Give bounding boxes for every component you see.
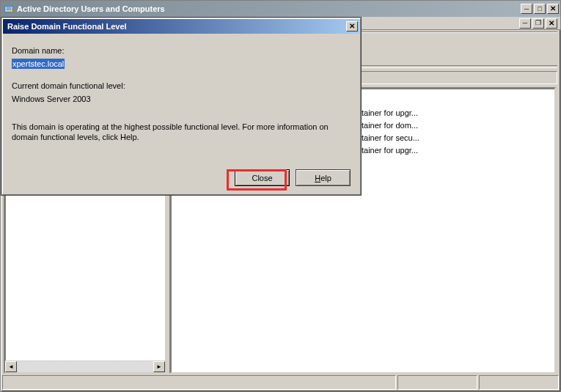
main-title: Active Directory Users and Computers [17, 4, 521, 13]
dialog-titlebar[interactable]: Raise Domain Functional Level ✕ [3, 19, 359, 34]
current-level-label: Current domain functional level: [12, 81, 351, 91]
dialog-body: Domain name: xpertstec.local Current dom… [1, 35, 361, 149]
main-titlebar[interactable]: Active Directory Users and Computers ─ □… [1, 1, 560, 17]
list-item[interactable]: tainer for upgr... [362, 144, 554, 157]
domain-name-value: xpertstec.local [12, 59, 351, 69]
scroll-left-button[interactable]: ◄ [5, 361, 17, 372]
status-cell [479, 375, 559, 390]
status-cell [397, 375, 477, 390]
list-item[interactable]: tainer for dom... [362, 119, 554, 132]
domain-name-label: Domain name: [12, 45, 351, 56]
info-text: This domain is operating at the highest … [12, 122, 351, 142]
maximize-button[interactable]: □ [534, 4, 546, 14]
dialog-title: Raise Domain Functional Level [7, 22, 346, 31]
svg-point-1 [10, 10, 13, 12]
app-icon [4, 4, 14, 14]
raise-domain-dialog: Raise Domain Functional Level ✕ Domain n… [1, 17, 362, 196]
main-window-controls: ─ □ ✕ [521, 4, 559, 14]
close-button[interactable]: Close [235, 169, 290, 186]
domain-name-selected: xpertstec.local [12, 59, 65, 69]
dialog-button-row: Close Help [1, 169, 351, 186]
tree-hscrollbar[interactable]: ◄ ► [5, 360, 165, 372]
mdi-restore-button[interactable]: ❐ [532, 18, 544, 29]
status-cell [2, 375, 396, 390]
list-item[interactable]: tainer for upgr... [362, 107, 554, 119]
mdi-minimize-button[interactable]: ─ [519, 18, 531, 29]
close-button[interactable]: ✕ [547, 4, 559, 14]
list-item[interactable]: tainer for secu... [362, 132, 554, 144]
scroll-track[interactable] [17, 361, 153, 372]
scroll-right-button[interactable]: ► [153, 361, 165, 372]
mdi-close-button[interactable]: ✕ [546, 18, 557, 29]
dialog-close-button[interactable]: ✕ [346, 21, 358, 32]
minimize-button[interactable]: ─ [521, 4, 532, 14]
help-button[interactable]: Help [296, 169, 351, 186]
current-level-value: Windows Server 2003 [12, 94, 351, 104]
status-bar [2, 375, 559, 390]
